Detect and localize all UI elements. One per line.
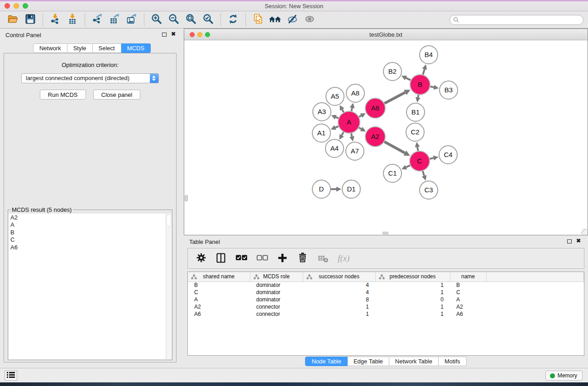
close-panel-icon[interactable]: ✖ bbox=[576, 238, 581, 244]
show-columns-button[interactable] bbox=[215, 252, 226, 265]
toolbar-separator bbox=[144, 14, 144, 26]
dropdown-stepper-icon bbox=[150, 74, 158, 83]
graph-node-label: C bbox=[417, 157, 422, 165]
export-network-button[interactable] bbox=[89, 13, 106, 27]
graph-edge[interactable] bbox=[430, 86, 434, 87]
tab-select[interactable]: Select bbox=[93, 43, 121, 53]
graph-edge[interactable] bbox=[342, 132, 344, 135]
column-header-successor-nodes[interactable]: successor nodes bbox=[303, 272, 375, 281]
export-image-button[interactable] bbox=[123, 13, 140, 27]
function-icon: f(x) bbox=[338, 253, 349, 263]
scrollbar-track[interactable] bbox=[166, 214, 172, 359]
graph-edge[interactable] bbox=[423, 69, 425, 75]
graph-edge[interactable] bbox=[351, 108, 352, 111]
mcds-result-item[interactable]: B bbox=[10, 229, 172, 236]
table-row[interactable]: A2connector11A2 bbox=[188, 303, 584, 310]
scrollbar-thumb[interactable] bbox=[166, 214, 171, 226]
column-header-name[interactable]: name bbox=[450, 272, 486, 281]
close-panel-icon[interactable]: ✖ bbox=[171, 31, 176, 37]
table-settings-button[interactable] bbox=[196, 252, 206, 265]
open-session-button[interactable] bbox=[5, 13, 22, 27]
vertical-scroll-thumb[interactable] bbox=[185, 195, 188, 201]
import-network-button[interactable] bbox=[47, 13, 64, 27]
zoom-fit-button[interactable] bbox=[182, 13, 200, 27]
delete-table-icon bbox=[317, 253, 329, 265]
graph-edge[interactable] bbox=[423, 171, 424, 176]
new-network-from-selection-button[interactable] bbox=[249, 13, 267, 27]
memory-label: Memory bbox=[558, 372, 577, 379]
table-row[interactable]: Adominator80A bbox=[188, 296, 584, 303]
graph-edge[interactable] bbox=[351, 133, 352, 136]
column-header-MCDS-role[interactable]: MCDS role bbox=[250, 272, 303, 281]
save-session-button[interactable] bbox=[22, 13, 39, 27]
mcds-result-item[interactable]: A6 bbox=[10, 244, 172, 251]
graph-edge[interactable] bbox=[384, 92, 405, 103]
float-panel-icon[interactable] bbox=[162, 33, 167, 37]
network-canvas[interactable]: B4B2BB3A5A8A6B1A3AC2A1A2A4A7C4CC1C3DD1 bbox=[184, 40, 588, 235]
tab-style[interactable]: Style bbox=[67, 43, 93, 53]
mcds-result-item[interactable]: A bbox=[10, 221, 172, 229]
network-window-titlebar[interactable]: testGlobe.txt bbox=[184, 29, 588, 40]
graph-edge[interactable] bbox=[384, 142, 405, 153]
houses-icon bbox=[269, 13, 282, 26]
tab-network[interactable]: Network bbox=[33, 43, 67, 53]
graph-edge[interactable] bbox=[336, 117, 339, 118]
import-table-button[interactable] bbox=[64, 13, 81, 27]
close-panel-button[interactable]: Close panel bbox=[93, 90, 141, 100]
mcds-result-item[interactable]: A2 bbox=[10, 214, 172, 221]
open-folder-icon bbox=[7, 13, 19, 26]
table-panel: Table Panel ✖ f(x) shared nameMCDS roles… bbox=[184, 235, 588, 368]
zoom-out-button[interactable] bbox=[165, 13, 182, 27]
delete-table-button[interactable] bbox=[317, 252, 329, 265]
new-network-icon bbox=[252, 13, 264, 26]
tab-motifs[interactable]: Motifs bbox=[439, 357, 467, 366]
mcds-result-list[interactable]: A2ABCA6 bbox=[9, 214, 172, 359]
deselect-all-button[interactable] bbox=[257, 252, 268, 265]
control-panel-title: Control Panel bbox=[5, 32, 41, 38]
graph-edge-arrow bbox=[433, 156, 439, 161]
mcds-result-fieldset: MCDS result (5 nodes) A2ABCA6 bbox=[8, 206, 172, 360]
network-graph[interactable]: B4B2BB3A5A8A6B1A3AC2A1A2A4A7C4CC1C3DD1 bbox=[184, 40, 588, 235]
table-row[interactable]: A6connector11A6 bbox=[188, 310, 584, 318]
graph-edge[interactable] bbox=[335, 126, 339, 128]
graph-edge[interactable] bbox=[406, 78, 411, 80]
refresh-view-button[interactable] bbox=[225, 13, 242, 27]
column-header-shared-name[interactable]: shared name bbox=[188, 272, 250, 281]
table-row[interactable]: Bdominator41B bbox=[188, 281, 584, 289]
run-mcds-button[interactable]: Run MCDS bbox=[40, 90, 86, 100]
column-header-predecessor-nodes[interactable]: predecessor nodes bbox=[375, 272, 450, 281]
table-row[interactable]: Cdominator41C bbox=[188, 289, 584, 296]
graph-edge[interactable] bbox=[417, 147, 418, 151]
tab-edge-table[interactable]: Edge Table bbox=[348, 357, 389, 366]
search-input[interactable] bbox=[449, 15, 583, 25]
show-all-button[interactable] bbox=[301, 13, 318, 27]
criterion-dropdown[interactable]: largest connected component (directed) bbox=[21, 73, 159, 83]
tab-node-table[interactable]: Node Table bbox=[305, 357, 348, 366]
tab-network-table[interactable]: Network Table bbox=[389, 357, 439, 366]
graph-edge[interactable] bbox=[359, 128, 361, 129]
hide-selected-button[interactable] bbox=[284, 13, 301, 27]
mcds-result-item[interactable]: C bbox=[10, 236, 172, 243]
function-builder-button[interactable]: f(x) bbox=[338, 252, 349, 265]
graph-edge[interactable] bbox=[359, 115, 361, 117]
graph-edge[interactable] bbox=[418, 95, 418, 98]
horizontal-scroll-thumb[interactable] bbox=[382, 232, 388, 234]
memory-button[interactable]: Memory bbox=[545, 371, 583, 381]
first-neighbors-button[interactable] bbox=[267, 13, 284, 27]
task-history-button[interactable] bbox=[5, 371, 17, 381]
delete-column-button[interactable] bbox=[297, 252, 308, 265]
floppy-disk-icon bbox=[24, 13, 36, 26]
export-table-button[interactable] bbox=[106, 13, 123, 27]
columns-icon bbox=[215, 253, 226, 265]
zoom-in-button[interactable] bbox=[148, 13, 165, 27]
graph-edge[interactable] bbox=[342, 110, 344, 112]
graph-edge[interactable] bbox=[430, 158, 433, 159]
zoom-selected-button[interactable] bbox=[200, 13, 217, 27]
float-panel-icon[interactable] bbox=[567, 239, 572, 243]
graph-edge[interactable] bbox=[406, 165, 410, 167]
tab-mcds[interactable]: MCDS bbox=[121, 43, 151, 53]
desktop-background-strip bbox=[0, 382, 588, 386]
select-all-button[interactable] bbox=[235, 252, 248, 265]
resize-grip[interactable] bbox=[581, 229, 588, 235]
add-column-button[interactable] bbox=[277, 252, 288, 265]
